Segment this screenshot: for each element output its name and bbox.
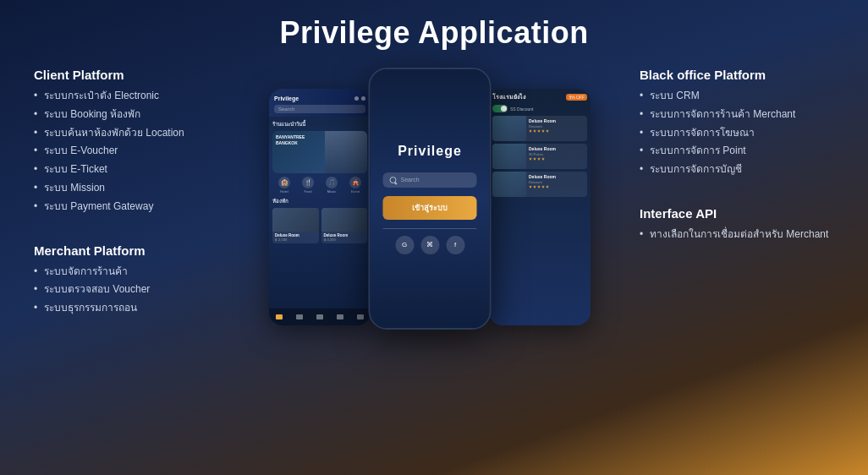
star [541, 129, 545, 133]
right-phone-screen: โรงแรมยังไง 5% OFF SS Discount Deluxe Ro… [489, 89, 591, 325]
room-card: Deluxe Room Discount [492, 116, 587, 141]
black-office-list: ระบบ CRM ระบบการจัดการร้านค้า Merchant ร… [640, 89, 834, 177]
star [546, 185, 549, 188]
phone-right: โรงแรมยังไง 5% OFF SS Discount Deluxe Ro… [489, 89, 591, 325]
category-item: 🏨 Hotel [278, 177, 290, 194]
left-phone-logo: Privilege [274, 96, 299, 101]
google-login-btn[interactable]: G [395, 236, 414, 254]
apple-login-btn[interactable]: ⌘ [420, 236, 439, 254]
mini-search-bar: Search [274, 105, 365, 113]
black-office-section: Black office Platform ระบบ CRM ระบบการจั… [640, 68, 834, 181]
nav-bar [269, 308, 371, 325]
room-info: Deluxe Room 30 Points [526, 144, 587, 169]
toggle-switch[interactable] [492, 105, 508, 112]
list-item: ระบบ E-Voucher [34, 144, 220, 158]
star [546, 129, 549, 133]
login-button[interactable]: เข้าสู่ระบบ [383, 196, 477, 220]
interface-api-list: ทางเลือกในการเชื่อมต่อสำหรับ Merchant [640, 227, 834, 242]
merchant-platform-list: ระบบจัดการร้านค้า ระบบตรวจสอบ Voucher ระ… [34, 265, 220, 315]
merchant-platform-section: Merchant Platform ระบบจัดการร้านค้า ระบบ… [34, 243, 220, 319]
room-card: Deluxe Room 30 Points [492, 144, 587, 169]
room-image [492, 144, 526, 169]
star [529, 185, 532, 188]
social-icons: G ⌘ f [395, 236, 464, 254]
room-image [321, 208, 368, 232]
room-info: Deluxe Room ฿ 2,500 [272, 232, 319, 243]
nav-search [293, 311, 306, 323]
login-search-box: Search [383, 172, 477, 188]
room-detail: ฿ 3,200 [324, 238, 365, 242]
star [533, 185, 536, 188]
toggle-label: SS Discount [510, 106, 534, 112]
star [537, 185, 541, 188]
list-item: ระบบการจัดการ Point [640, 144, 834, 158]
header-icon [361, 96, 365, 101]
banner-image [325, 131, 367, 173]
room-detail: ฿ 2,500 [275, 238, 316, 242]
phone-left: Privilege Search ร้านแนะนำวันนี้ [269, 89, 371, 325]
room-card: Deluxe Room ฿ 2,500 [272, 208, 319, 243]
nav-profile [333, 311, 347, 323]
room-name: Deluxe Room [529, 146, 585, 151]
room-image [492, 172, 526, 197]
star [537, 157, 541, 161]
header-icon [354, 96, 359, 101]
room-image [272, 208, 319, 232]
list-item: ระบบ E-Ticket [34, 162, 220, 177]
nav-bookmark [313, 311, 327, 323]
room-info: Deluxe Room ฿ 3,200 [321, 232, 368, 243]
black-office-title: Black office Platform [640, 68, 834, 82]
room-name: Deluxe Room [529, 118, 585, 123]
nav-home [272, 311, 286, 323]
interface-api-title: Interface API [640, 206, 834, 221]
room-image [492, 116, 526, 141]
list-item: ระบบการจัดการร้านค้า Merchant [640, 107, 834, 122]
client-platform-list: ระบบกระเป๋าตัง Electronic ระบบ Booking ห… [34, 89, 220, 214]
star-rating [529, 185, 585, 188]
list-item: ระบบกระเป๋าตัง Electronic [34, 89, 220, 103]
star [537, 129, 541, 133]
category-item: 🍴 Food [302, 177, 314, 194]
promo-banner: BANYANTREE BANGKOK [272, 131, 367, 173]
phone-center: Privilege Search เข้าสู่ระบบ G ⌘ f [369, 68, 492, 330]
star-rating [529, 157, 585, 161]
right-panel: Black office Platform ระบบ CRM ระบบการจั… [640, 68, 834, 246]
facebook-login-btn[interactable]: f [446, 236, 464, 254]
room-sub: Discount [529, 180, 585, 184]
room-card: Deluxe Room Discount [492, 172, 587, 197]
star [529, 157, 532, 161]
client-platform-title: Client Platform [34, 68, 220, 82]
merchant-platform-title: Merchant Platform [34, 243, 220, 258]
category-icon: 🎵 [326, 177, 338, 188]
list-item: ระบบจัดการร้านค้า [34, 265, 220, 279]
list-item: ระบบค้นหาห้องพักด้วย Location [34, 126, 220, 140]
category-item: 🎪 Event [349, 177, 361, 194]
client-platform-section: Client Platform ระบบกระเป๋าตัง Electroni… [34, 68, 220, 218]
page-title: Privilege Application [0, 0, 868, 59]
interface-api-section: Interface API ทางเลือกในการเชื่อมต่อสำหร… [640, 206, 834, 246]
left-phone-header: Privilege Search [269, 89, 371, 117]
right-header-text: โรงแรมยังไง [492, 92, 525, 101]
discount-badge: 5% OFF [566, 94, 587, 101]
search-placeholder: Search [401, 177, 420, 183]
left-panel: Client Platform ระบบกระเป๋าตัง Electroni… [34, 68, 220, 319]
toggle-row: SS Discount [492, 105, 587, 112]
category-icon: 🍴 [302, 177, 314, 188]
divider [383, 228, 477, 229]
list-item: ระบบ Payment Gateway [34, 199, 220, 214]
login-app-name: Privilege [398, 144, 462, 159]
nav-more [354, 311, 367, 323]
list-item: ระบบการจัดการโฆษณา [640, 126, 834, 140]
list-item: ระบบธุรกรรมการถอน [34, 301, 220, 315]
left-phone-screen: Privilege Search ร้านแนะนำวันนี้ [269, 89, 371, 325]
star-rating [529, 129, 585, 133]
left-phone-body: ร้านแนะนำวันนี้ BANYANTREE BANGKOK 🏨 Hot… [269, 117, 371, 308]
category-icon: 🏨 [278, 177, 290, 188]
list-item: ระบบ CRM [640, 89, 834, 103]
list-item: ทางเลือกในการเชื่อมต่อสำหรับ Merchant [640, 227, 834, 242]
star [533, 157, 536, 161]
list-item: ระบบ Booking ห้องพัก [34, 107, 220, 122]
list-item: ระบบตรวจสอบ Voucher [34, 282, 220, 297]
right-room-cards: Deluxe Room Discount [492, 116, 587, 322]
star [533, 129, 536, 133]
